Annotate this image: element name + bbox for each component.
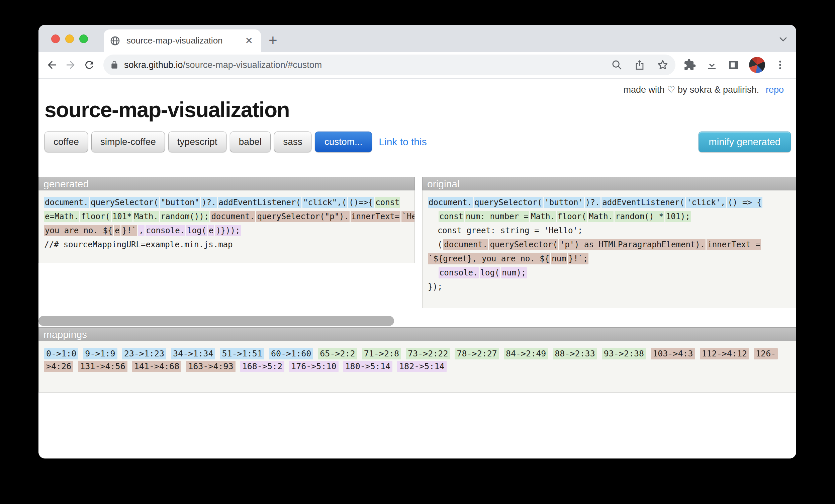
code-segment[interactable]: querySelector( <box>90 197 159 208</box>
preset-button-typescript[interactable]: typescript <box>168 132 226 152</box>
mapping-chip[interactable]: 73->2:22 <box>406 348 450 359</box>
mapping-chip[interactable]: 0->1:0 <box>44 348 78 359</box>
code-segment[interactable]: Math. <box>134 211 159 222</box>
minify-generated-button[interactable]: minify generated <box>698 132 791 152</box>
code-segment[interactable]: num); <box>501 267 527 279</box>
code-segment[interactable]: const <box>375 197 400 208</box>
mapping-chip[interactable]: 112->4:12 <box>700 348 749 359</box>
profile-avatar[interactable] <box>749 57 765 73</box>
code-segment[interactable]: "click",( <box>302 197 347 208</box>
close-window-button[interactable] <box>51 35 60 43</box>
mappings-list[interactable]: 0->1:09->1:923->1:2334->1:3451->1:5160->… <box>39 341 796 392</box>
code-segment[interactable]: num: number = <box>465 211 529 222</box>
forward-button[interactable] <box>61 56 80 74</box>
side-panel-icon[interactable] <box>728 59 740 71</box>
code-segment[interactable]: num <box>551 253 567 264</box>
horizontal-scrollbar[interactable] <box>39 316 796 326</box>
back-button[interactable] <box>42 56 61 74</box>
mapping-chip[interactable]: 131->4:56 <box>78 361 127 372</box>
mapping-chip[interactable]: 9->1:9 <box>83 348 117 359</box>
mapping-chip[interactable]: 182->5:14 <box>397 361 446 372</box>
scrollbar-thumb[interactable] <box>39 316 394 326</box>
mapping-chip[interactable]: 34->1:34 <box>171 348 215 359</box>
code-segment[interactable]: random()); <box>160 211 210 222</box>
mapping-chip[interactable]: 93->2:38 <box>602 348 646 359</box>
code-segment[interactable]: ()=>{ <box>348 197 374 208</box>
code-segment[interactable]: e=Math. <box>44 211 79 222</box>
mapping-chip[interactable]: 126- <box>754 348 778 359</box>
preset-button-babel[interactable]: babel <box>230 132 271 152</box>
mapping-chip[interactable]: 84->2:49 <box>504 348 548 359</box>
generated-code[interactable]: document.querySelector("button")?.addEve… <box>39 190 415 263</box>
browser-tab[interactable]: source-map-visualization ✕ <box>104 29 261 52</box>
menu-dots-icon[interactable] <box>774 59 786 70</box>
code-segment[interactable]: Math. <box>588 211 613 222</box>
code-segment[interactable]: document. <box>210 211 255 222</box>
code-segment[interactable]: document. <box>44 197 89 208</box>
code-segment[interactable]: innerText = <box>707 239 761 250</box>
mapping-chip[interactable]: 168->5:2 <box>240 361 284 372</box>
preset-button-custom[interactable]: custom... <box>315 132 372 152</box>
mapping-chip[interactable]: 60->1:60 <box>269 348 313 359</box>
preset-button-simple-coffee[interactable]: simple-coffee <box>91 132 165 152</box>
code-segment[interactable]: floor( <box>80 211 111 222</box>
repo-link[interactable]: repo <box>766 85 784 95</box>
code-segment[interactable]: querySelector("p"). <box>256 211 350 222</box>
code-segment[interactable]: Math. <box>530 211 556 222</box>
mapping-chip[interactable]: >4:26 <box>44 361 73 372</box>
code-segment[interactable]: 101* <box>112 211 133 222</box>
code-segment[interactable]: console. <box>439 267 479 279</box>
code-segment[interactable]: const <box>439 211 464 222</box>
code-segment[interactable]: )?. <box>201 197 217 208</box>
code-segment[interactable]: console. <box>145 225 186 236</box>
mapping-chip[interactable]: 71->2:8 <box>362 348 401 359</box>
mapping-chip[interactable]: 141->4:68 <box>132 361 181 372</box>
code-segment[interactable]: 'click', <box>686 197 726 208</box>
zoom-window-button[interactable] <box>79 35 88 43</box>
code-segment[interactable]: log( <box>480 267 501 279</box>
code-segment[interactable]: e <box>114 225 120 236</box>
code-segment[interactable]: 'button' <box>544 197 584 208</box>
code-segment[interactable]: }!`; <box>568 253 589 264</box>
new-tab-button[interactable]: + <box>269 32 277 48</box>
code-segment[interactable]: `${greet}, you are no. ${ <box>428 253 550 264</box>
extensions-puzzle-icon[interactable] <box>684 59 696 71</box>
mapping-chip[interactable]: 65->2:2 <box>318 348 357 359</box>
code-segment[interactable]: document. <box>428 197 473 208</box>
code-segment[interactable]: , <box>138 225 144 236</box>
code-segment[interactable]: innerText= <box>351 211 401 222</box>
preset-button-coffee[interactable]: coffee <box>44 132 88 152</box>
download-icon[interactable] <box>706 59 718 71</box>
tab-search-chevron-icon[interactable] <box>778 36 788 44</box>
original-code[interactable]: document.querySelector('button')?.addEve… <box>422 190 796 308</box>
code-segment[interactable]: log( <box>186 225 207 236</box>
mapping-chip[interactable]: 180->5:14 <box>343 361 392 372</box>
code-segment[interactable]: querySelector( <box>489 239 558 250</box>
mapping-chip[interactable]: 51->1:51 <box>220 348 264 359</box>
minimize-window-button[interactable] <box>65 35 74 43</box>
code-segment[interactable]: () => { <box>727 197 762 208</box>
address-bar[interactable]: sokra.github.io/source-map-visualization… <box>103 55 675 75</box>
code-segment[interactable]: you are no. ${ <box>44 225 113 236</box>
mapping-chip[interactable]: 88->2:33 <box>553 348 597 359</box>
code-segment[interactable]: addEventListener( <box>218 197 301 208</box>
code-segment[interactable]: random() * <box>614 211 665 222</box>
code-segment[interactable]: 101); <box>666 211 691 222</box>
mapping-chip[interactable]: 78->2:27 <box>455 348 499 359</box>
mapping-chip[interactable]: 103->4:3 <box>651 348 695 359</box>
code-segment[interactable]: }!` <box>121 225 137 236</box>
mapping-chip[interactable]: 176->5:10 <box>289 361 338 372</box>
share-icon[interactable] <box>634 59 645 70</box>
preset-button-sass[interactable]: sass <box>274 132 311 152</box>
code-segment[interactable]: "button" <box>160 197 200 208</box>
code-segment[interactable]: 'p') as HTMLParagraphElement). <box>559 239 706 250</box>
code-segment[interactable]: e <box>208 225 214 236</box>
code-segment[interactable]: `Hello, <box>402 211 415 222</box>
link-to-this[interactable]: Link to this <box>379 136 427 147</box>
bookmark-star-icon[interactable] <box>657 59 669 71</box>
code-segment[interactable]: )})); <box>215 225 241 236</box>
code-segment[interactable]: )?. <box>585 197 600 208</box>
mapping-chip[interactable]: 23->1:23 <box>122 348 166 359</box>
code-segment[interactable]: addEventListener( <box>602 197 685 208</box>
code-segment[interactable]: querySelector( <box>474 197 543 208</box>
